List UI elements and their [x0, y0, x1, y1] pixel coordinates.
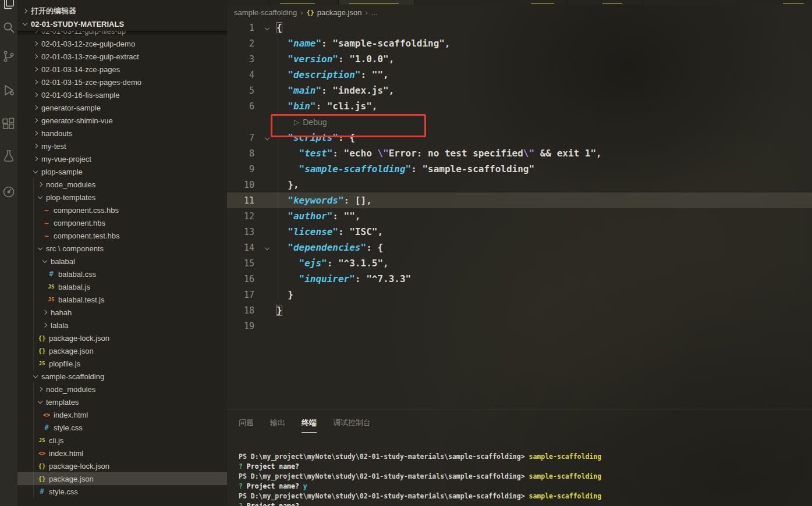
code-line[interactable]: 6 "bin": "cli.js",: [227, 98, 812, 114]
tree-item[interactable]: JSbalabal.test.js: [17, 293, 227, 306]
code-token: "bin": [288, 101, 315, 112]
tree-item[interactable]: {}package.json: [17, 344, 227, 357]
code-token: "version": [288, 54, 338, 65]
tree-item-clipped[interactable]: 02-01-03-11-gulp-files-up: [17, 31, 227, 37]
tree-item[interactable]: 02-01-03-13-zce-gulp-extract: [17, 50, 227, 63]
tree-item[interactable]: handouts: [17, 127, 227, 140]
code-token: "license": [288, 226, 338, 237]
code-line[interactable]: 4 "description": "",: [227, 67, 812, 83]
tree-item[interactable]: #style.css: [17, 421, 227, 434]
tree-item[interactable]: node_modules: [17, 383, 227, 395]
tree-item[interactable]: {}package-lock.json: [17, 459, 227, 472]
tree-item[interactable]: plop-sample: [17, 165, 227, 178]
tree-item[interactable]: templates: [17, 395, 227, 408]
code-line[interactable]: 18}: [227, 302, 812, 318]
breadcrumb-file[interactable]: package.json: [317, 8, 362, 17]
panel-tab-3[interactable]: 调试控制台: [333, 418, 371, 433]
terminal-output[interactable]: PS D:\my_project\myNote\study\02-01-stud…: [239, 452, 812, 506]
code-token: "inquirer": [299, 273, 355, 284]
tree-item[interactable]: 02-01-03-14-zce-pages: [17, 63, 227, 76]
explorer-icon[interactable]: [2, 0, 16, 10]
tree-item[interactable]: sample-scaffolding: [17, 370, 227, 383]
code-line[interactable]: 16 "inquirer": "^7.3.3": [227, 271, 812, 287]
panel-tab-0[interactable]: 问题: [239, 418, 254, 433]
tree-item[interactable]: {}package.json: [17, 472, 227, 485]
tree-item[interactable]: hahah: [17, 306, 227, 319]
code-line[interactable]: 10 },: [227, 177, 812, 193]
code-editor[interactable]: 1{2 "name": "sample-scaffolding",3 "vers…: [227, 20, 812, 409]
run-debug-icon[interactable]: [2, 83, 16, 97]
tree-item[interactable]: 02-01-03-15-zce-pages-demo: [17, 76, 227, 88]
tree-item[interactable]: JSplopfile.js: [17, 357, 227, 370]
code-line[interactable]: 1{: [227, 20, 812, 35]
editor-tab-active[interactable]: [339, 0, 414, 5]
tree-item[interactable]: <>index.html: [17, 447, 227, 459]
tree-item[interactable]: plop-templates: [17, 191, 227, 204]
tree-item[interactable]: ~component.test.hbs: [17, 229, 227, 242]
tree-item-label: my-vue-project: [41, 155, 91, 163]
editor-tab[interactable]: [270, 0, 339, 5]
code-line[interactable]: 14 "dependencies": {: [227, 240, 812, 255]
panel-tab-1[interactable]: 输出: [270, 418, 285, 433]
code-token: [276, 258, 299, 269]
line-number: 19: [227, 321, 263, 332]
tree-item[interactable]: 02-01-03-11-gulp-files-up: [17, 31, 227, 37]
tree-item[interactable]: ~component.css.hbs: [17, 204, 227, 216]
tab-strip: [227, 0, 812, 5]
editor-tab[interactable]: [227, 0, 270, 5]
tree-item-label: component.css.hbs: [54, 206, 119, 215]
tree-item[interactable]: node_modules: [17, 178, 227, 191]
code-line[interactable]: 17 }: [227, 287, 812, 302]
references-icon[interactable]: [2, 185, 16, 199]
breadcrumb-folder[interactable]: sample-scaffolding: [234, 8, 297, 17]
tree-item[interactable]: generator-sample: [17, 101, 227, 114]
tree-item[interactable]: #balabal.css: [17, 268, 227, 280]
chevron-right-icon: [33, 80, 38, 84]
codelens-debug-link[interactable]: ▷Debug: [227, 114, 812, 130]
code-line[interactable]: 5 "main": "index.js",: [227, 83, 812, 98]
panel-tab-active[interactable]: 终端: [302, 418, 317, 433]
code-line[interactable]: 19: [227, 318, 812, 334]
fold-chevron-icon[interactable]: [263, 26, 276, 30]
tree-item[interactable]: lalala: [17, 319, 227, 332]
tree-item[interactable]: <>index.html: [17, 408, 227, 421]
tree-item[interactable]: #style.css: [17, 485, 227, 498]
tree-item[interactable]: src \ components: [17, 242, 227, 255]
tree-item[interactable]: balabal: [17, 255, 227, 268]
code-token: :: [321, 85, 332, 96]
extensions-icon[interactable]: [2, 117, 16, 131]
json-file-icon: {}: [37, 462, 47, 470]
code-line[interactable]: 12 "author": "",: [227, 208, 812, 224]
code-line[interactable]: 7 "scripts": {: [227, 130, 812, 145]
tree-item[interactable]: {}package-lock.json: [17, 332, 227, 344]
tree-item[interactable]: 02-01-03-12-zce-gulp-demo: [17, 37, 227, 50]
tree-item[interactable]: ~component.hbs: [17, 216, 227, 229]
editor-tab[interactable]: [736, 0, 812, 5]
tree-item[interactable]: JSbalabal.js: [17, 280, 227, 293]
editor-tab[interactable]: [414, 0, 568, 5]
tree-item-label: component.hbs: [54, 219, 105, 227]
root-folder-section[interactable]: 02-01-STUDY-MATERIALS: [17, 17, 227, 30]
code-line[interactable]: 2 "name": "sample-scaffolding",: [227, 35, 812, 51]
tree-item[interactable]: generator-shimin-vue: [17, 114, 227, 127]
code-line[interactable]: 8 "test": "echo \"Error: no test specifi…: [227, 145, 812, 161]
open-editors-section[interactable]: 打开的编辑器: [17, 5, 227, 17]
source-control-icon[interactable]: [2, 49, 16, 63]
fold-chevron-icon[interactable]: [263, 136, 276, 140]
search-icon[interactable]: [2, 20, 16, 34]
test-beaker-icon[interactable]: [2, 149, 16, 163]
fold-chevron-icon[interactable]: [263, 246, 276, 250]
breadcrumb-more[interactable]: ...: [371, 8, 378, 17]
tree-item[interactable]: my-vue-project: [17, 152, 227, 165]
code-line[interactable]: 3 "version": "1.0.0",: [227, 51, 812, 67]
code-line[interactable]: 15 "ejs": "^3.1.5",: [227, 255, 812, 271]
tree-item[interactable]: my-test: [17, 140, 227, 152]
code-line[interactable]: 9 "sample-scaffolding": "sample-scaffold…: [227, 161, 812, 177]
line-number: 12: [227, 211, 263, 222]
editor-tab[interactable]: [568, 0, 643, 5]
editor-tab[interactable]: [643, 0, 736, 5]
tree-item[interactable]: 02-01-03-16-fis-sample: [17, 88, 227, 101]
tree-item[interactable]: JScli.js: [17, 434, 227, 447]
code-line[interactable]: 13 "license": "ISC",: [227, 224, 812, 240]
code-line[interactable]: 11 "keywords": [],: [227, 193, 812, 208]
